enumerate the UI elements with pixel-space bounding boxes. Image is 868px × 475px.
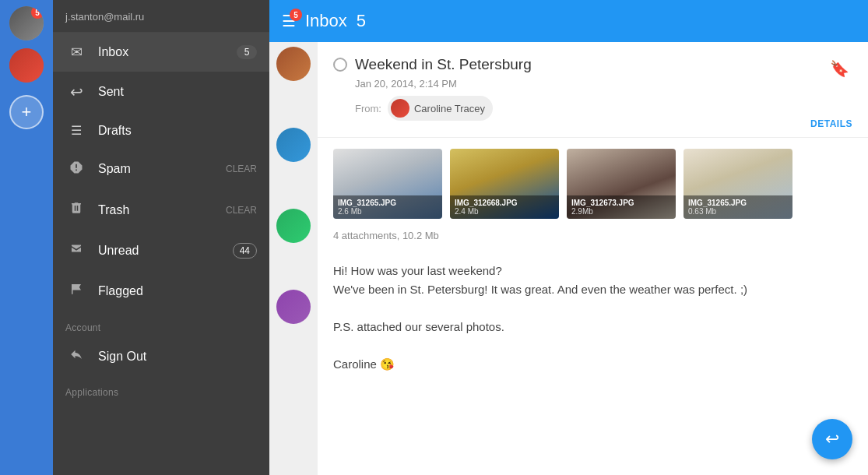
body-signature: Caroline 😘 [333,355,852,374]
attachment-3[interactable]: IMG_312673.JPG 2.9Mb [567,149,676,219]
attachment-4-name: IMG_31265.JPG [688,199,788,207]
sender-name: Caroline Tracey [414,103,485,114]
attachments-summary: 4 attachments, 10.2 Mb [318,230,868,249]
drafts-icon: ☰ [65,123,87,138]
email-from: From: Caroline Tracey [355,96,810,121]
spam-icon [65,160,87,178]
main-area: ☰ 5 Inbox 5 Weekend in St. Petersburg [269,0,868,475]
sender-badge[interactable]: Caroline Tracey [388,96,493,121]
spam-clear-button[interactable]: CLEAR [226,164,257,174]
list-avatar-4[interactable] [276,290,311,324]
topbar-menu-area: ☰ 5 [282,12,296,30]
attachment-4-size: 0.63 Mb [688,207,788,216]
email-date: Jan 20, 2014, 2:14 PM [355,78,810,90]
sidebar-item-sent[interactable]: ↩ Sent [53,72,269,112]
sidebar-label-flagged: Flagged [98,284,257,298]
inbox-badge: 5 [237,45,257,59]
flagged-icon [65,281,87,301]
email-header-right: 🔖 DETAILS [810,56,852,129]
email-header: Weekend in St. Petersburg Jan 20, 2014, … [318,42,868,138]
email-subject: Weekend in St. Petersburg [333,56,810,73]
details-link[interactable]: DETAILS [810,118,852,129]
sidebar-label-spam: Spam [98,162,226,176]
attachment-1-overlay: IMG_31265.JPG 2.6 Mb [333,195,442,219]
email-list-strip [269,42,318,475]
subject-text: Weekend in St. Petersburg [355,56,532,73]
from-label: From: [355,103,381,114]
list-avatar-2[interactable] [276,128,311,162]
trash-icon [65,200,87,220]
attachment-3-name: IMG_312673.JPG [571,199,671,207]
signout-icon [65,347,87,365]
avatar-1[interactable]: 5 [9,6,44,40]
attachment-3-overlay: IMG_312673.JPG 2.9Mb [567,195,676,219]
sidebar-email: j.stanton@mail.ru [53,0,269,33]
sent-icon: ↩ [65,83,87,101]
attachment-1-name: IMG_31265.JPG [338,199,438,207]
attachment-2[interactable]: IMG_312668.JPG 2.4 Mb [450,149,559,219]
sidebar-label-trash: Trash [98,203,226,217]
sidebar-item-trash[interactable]: Trash CLEAR [53,189,269,230]
avatar-2[interactable] [9,48,44,83]
attachment-4-overlay: IMG_31265.JPG 0.63 Mb [684,195,792,219]
sidebar-item-drafts[interactable]: ☰ Drafts [53,112,269,149]
avatar-badge-1: 5 [31,6,44,19]
attachment-1-size: 2.6 Mb [338,207,438,216]
attachment-2-name: IMG_312668.JPG [455,199,554,207]
sidebar-item-signout[interactable]: Sign Out [53,336,269,376]
topbar-title: Inbox [305,11,347,31]
body-line-1: Hi! How was your last weekend? We've bee… [333,262,852,299]
sidebar-label-signout: Sign Out [98,350,257,364]
sender-avatar [391,99,409,118]
sidebar-label-drafts: Drafts [98,124,257,138]
sidebar-label-unread: Unread [98,244,233,258]
topbar: ☰ 5 Inbox 5 [269,0,868,42]
sidebar-item-flagged[interactable]: Flagged [53,270,269,311]
attachment-1[interactable]: IMG_31265.JPG 2.6 Mb [333,149,442,219]
topbar-badge: 5 [290,9,302,21]
sidebar-label-sent: Sent [98,85,257,99]
email-detail-pane: Weekend in St. Petersburg Jan 20, 2014, … [318,42,868,475]
attachment-2-size: 2.4 Mb [455,207,554,216]
bookmark-icon[interactable]: 🔖 [827,56,852,81]
read-indicator [333,58,347,72]
reply-fab[interactable]: ↩ [812,419,852,459]
attachments-row: IMG_31265.JPG 2.6 Mb IMG_312668.JPG 2.4 … [318,138,868,230]
avatar-rail: 5 + [0,0,53,475]
email-header-left: Weekend in St. Petersburg Jan 20, 2014, … [333,56,810,121]
add-account-button[interactable]: + [9,95,44,129]
account-section-header: Account [53,311,269,336]
email-body: Hi! How was your last weekend? We've bee… [318,249,868,397]
reply-icon: ↩ [825,429,839,449]
attachment-3-size: 2.9Mb [571,207,671,216]
list-avatar-3[interactable] [276,209,311,243]
sidebar-label-inbox: Inbox [98,45,237,59]
inbox-icon: ✉ [65,44,87,61]
sidebar-item-spam[interactable]: Spam CLEAR [53,149,269,189]
sidebar-item-unread[interactable]: Unread 44 [53,230,269,270]
body-line-2: P.S. attached our several photos. [333,318,852,336]
unread-icon [65,241,87,259]
applications-section-header: Applications [53,376,269,401]
unread-badge: 44 [233,243,257,259]
sidebar: j.stanton@mail.ru ✉ Inbox 5 ↩ Sent ☰ Dra… [53,0,269,475]
content-area: Weekend in St. Petersburg Jan 20, 2014, … [269,42,868,475]
attachment-4[interactable]: IMG_31265.JPG 0.63 Mb [684,149,792,219]
list-avatar-1[interactable] [276,47,311,81]
trash-clear-button[interactable]: CLEAR [226,205,257,216]
sidebar-item-inbox[interactable]: ✉ Inbox 5 [53,33,269,72]
attachment-2-overlay: IMG_312668.JPG 2.4 Mb [450,195,559,219]
topbar-count: 5 [357,11,366,31]
